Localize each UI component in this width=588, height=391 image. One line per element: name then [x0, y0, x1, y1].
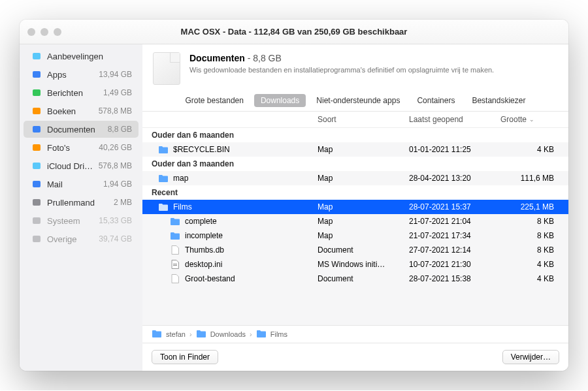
tab-containers[interactable]: Containers [410, 94, 461, 107]
sidebar-item-size: 1,94 GB [103, 180, 132, 189]
file-kind: Document [318, 274, 409, 283]
group-header: Recent [142, 185, 568, 200]
file-size: 4 KB [500, 260, 559, 269]
breadcrumb-item[interactable]: stefan [166, 330, 186, 338]
sidebar-item-documenten[interactable]: Documenten8,8 GB [24, 121, 139, 138]
sidebar-item-label: Boeken [47, 106, 93, 116]
sidebar-item-berichten[interactable]: Berichten1,49 GB [24, 84, 139, 101]
breadcrumb-item[interactable]: Films [270, 330, 287, 338]
group-header: Ouder dan 6 maanden [142, 128, 568, 142]
table-row[interactable]: desktop.iniMS Windows initi…10-07-2021 2… [142, 257, 568, 272]
svg-rect-10 [33, 236, 41, 242]
doc-icon [31, 124, 42, 134]
file-opened: 21-07-2021 17:34 [409, 231, 500, 240]
file-opened: 27-07-2021 12:14 [409, 245, 500, 255]
show-in-finder-button[interactable]: Toon in Finder [152, 350, 218, 364]
sidebar-item-label: Foto's [47, 143, 93, 153]
col-size[interactable]: Grootte ⌄ [500, 115, 559, 124]
sidebar-item-mail[interactable]: Mail1,94 GB [24, 176, 139, 193]
sidebar-item-size: 8,8 GB [108, 125, 132, 134]
file-name: $RECYCLE.BIN [173, 145, 230, 154]
sidebar-item-label: Mail [47, 180, 98, 189]
tab-grote-bestanden[interactable]: Grote bestanden [179, 94, 250, 107]
chevron-right-icon: › [189, 330, 192, 338]
sidebar-item-label: Systeem [47, 216, 93, 226]
sys-icon [31, 215, 42, 226]
col-opened[interactable]: Laatst geopend [409, 115, 500, 124]
sidebar-item-size: 15,33 GB [99, 216, 132, 225]
sidebar-item-size: 1,49 GB [103, 88, 132, 97]
tabs: Grote bestandenDownloadsNiet-ondersteund… [142, 91, 568, 112]
table-row[interactable]: Thumbs.dbDocument27-07-2021 12:148 KB [142, 243, 568, 257]
breadcrumb-item[interactable]: Downloads [210, 330, 246, 338]
sidebar-item-size: 39,74 GB [99, 234, 132, 243]
file-name: map [173, 174, 188, 183]
file-size: 225,1 MB [500, 202, 559, 211]
file-kind: Map [318, 202, 409, 211]
sidebar-item-aanbevelingen[interactable]: Aanbevelingen [24, 48, 139, 65]
col-kind[interactable]: Soort [318, 115, 409, 124]
file-opened: 01-01-2021 11:25 [409, 145, 500, 154]
file-kind: Map [318, 231, 409, 240]
category-size: - 8,8 GB [245, 53, 282, 63]
oth-icon [31, 234, 42, 244]
sidebar-item-prullenmand[interactable]: Prullenmand2 MB [24, 194, 139, 211]
sidebar-item-label: Prullenmand [47, 198, 108, 208]
folder-icon [170, 217, 180, 226]
sidebar-item-icloud-drive[interactable]: iCloud Drive576,8 MB [24, 157, 139, 174]
svg-rect-2 [33, 89, 41, 96]
table-row[interactable]: Groot-bestandDocument28-07-2021 15:384 K… [142, 272, 568, 286]
doc-icon [170, 245, 180, 255]
titlebar: MAC OSX - Data - 112,84 GB van 250,69 GB… [20, 20, 568, 44]
delete-button[interactable]: Verwijder… [502, 350, 559, 364]
file-size: 111,6 MB [500, 174, 559, 183]
file-size: 8 KB [500, 245, 559, 255]
file-size: 4 KB [500, 274, 559, 283]
folder-icon [152, 330, 162, 339]
table-row[interactable]: $RECYCLE.BINMap01-01-2021 11:254 KB [142, 142, 568, 157]
table-row[interactable]: mapMap28-04-2021 13:20111,6 MB [142, 171, 568, 185]
svg-rect-5 [33, 144, 41, 151]
file-table[interactable]: Ouder dan 6 maanden$RECYCLE.BINMap01-01-… [142, 128, 568, 325]
svg-rect-9 [33, 217, 41, 224]
sidebar-item-foto-s[interactable]: Foto's40,26 GB [24, 139, 139, 156]
sidebar-item-label: Overige [47, 234, 93, 244]
svg-rect-1 [33, 71, 41, 78]
sidebar-item-label: Apps [47, 70, 93, 80]
tab-downloads[interactable]: Downloads [254, 94, 306, 107]
table-row[interactable]: FilmsMap28-07-2021 15:37225,1 MB [142, 200, 568, 214]
svg-rect-4 [33, 126, 41, 133]
file-opened: 28-07-2021 15:37 [409, 202, 500, 211]
svg-rect-0 [33, 53, 41, 59]
sidebar-item-systeem[interactable]: Systeem15,33 GB [24, 212, 139, 229]
ini-icon [170, 260, 180, 269]
breadcrumb: stefan › Downloads › Films [142, 325, 568, 343]
tab-niet-ondersteunde-apps[interactable]: Niet-ondersteunde apps [310, 94, 406, 107]
sidebar: AanbevelingenApps13,94 GBBerichten1,49 G… [20, 44, 142, 371]
sidebar-item-boeken[interactable]: Boeken578,8 MB [24, 102, 139, 119]
file-kind: Map [318, 145, 409, 154]
table-row[interactable]: completeMap21-07-2021 21:048 KB [142, 214, 568, 228]
folder-icon [158, 202, 169, 211]
file-kind: Map [318, 174, 409, 183]
mail-icon [31, 179, 42, 189]
table-row[interactable]: incompleteMap21-07-2021 17:348 KB [142, 228, 568, 243]
folder-icon [196, 330, 206, 339]
sidebar-item-apps[interactable]: Apps13,94 GB [24, 66, 139, 83]
svg-rect-7 [33, 181, 41, 187]
folder-icon [256, 330, 267, 339]
file-opened: 28-04-2021 13:20 [409, 174, 500, 183]
file-opened: 21-07-2021 21:04 [409, 217, 500, 226]
file-name: incomplete [185, 231, 223, 240]
sidebar-item-size: 578,8 MB [99, 106, 132, 116]
sidebar-item-label: iCloud Drive [47, 161, 93, 171]
sidebar-item-size: 40,26 GB [99, 143, 132, 152]
sidebar-item-overige[interactable]: Overige39,74 GB [24, 230, 139, 247]
svg-rect-11 [173, 264, 177, 264]
file-name: Films [173, 202, 192, 211]
svg-rect-6 [33, 163, 41, 169]
category-desc: Wis gedownloade bestanden en installatie… [189, 66, 494, 74]
photo-icon [31, 142, 42, 153]
tab-bestandskiezer[interactable]: Bestandskiezer [465, 94, 532, 107]
file-name: desktop.ini [185, 260, 222, 269]
